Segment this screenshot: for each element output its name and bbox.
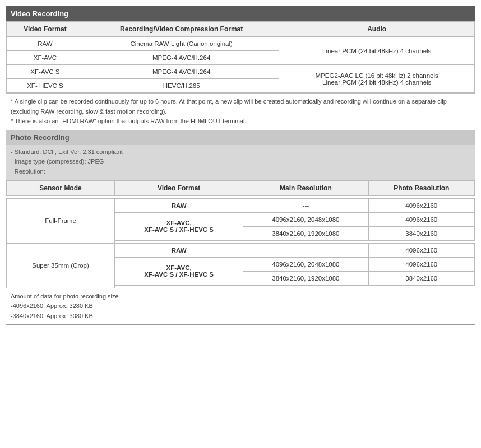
cell-format: RAW bbox=[7, 37, 84, 51]
cell-main-resolution: 3840x2160, 1920x1080 bbox=[243, 226, 368, 240]
cell-photo-resolution: 4096x2160 bbox=[368, 198, 474, 212]
table-row: XF-AVC S MPEG-4 AVC/H.264 MPEG2-AAC LC (… bbox=[7, 65, 475, 79]
main-table: Video Recording Video Format Recording/V… bbox=[6, 6, 475, 325]
cell-format: XF-AVC S bbox=[7, 65, 84, 79]
photo-sub-line-2: - Image type (compressed): JPEG bbox=[11, 158, 104, 165]
video-recording-header: Video Recording bbox=[6, 6, 475, 22]
video-notes: * A single clip can be recorded continuo… bbox=[6, 94, 475, 130]
cell-video-format: RAW bbox=[115, 198, 243, 212]
col-video-format: Video Format bbox=[115, 180, 243, 195]
col-photo-resolution: Photo Resolution bbox=[368, 180, 474, 195]
table-row: RAW Cinema RAW Light (Canon original) Li… bbox=[7, 37, 475, 51]
cell-format: XF- HEVC S bbox=[7, 79, 84, 93]
cell-photo-resolution: 3840x2160 bbox=[368, 271, 474, 285]
col-audio: Audio bbox=[279, 22, 475, 37]
cell-compression: MPEG-4 AVC/H.264 bbox=[84, 65, 279, 79]
footnote-line-3: -3840x2160: Approx. 3080 KB bbox=[11, 312, 93, 319]
photo-recording-title: Photo Recording bbox=[11, 133, 70, 142]
cell-photo-resolution: 3840x2160 bbox=[368, 226, 474, 240]
cell-main-resolution: 4096x2160, 2048x1080 bbox=[243, 257, 368, 271]
cell-main-resolution: --- bbox=[243, 243, 368, 257]
footnote-line-1: Amount of data for photo recording size bbox=[11, 293, 119, 300]
footnote-line-2: -4096x2160: Approx. 3280 KB bbox=[11, 302, 93, 309]
col-sensor-mode: Sensor Mode bbox=[7, 180, 115, 195]
note-1: * A single clip can be recorded continuo… bbox=[11, 98, 447, 115]
photo-recording-header: Photo Recording bbox=[6, 130, 475, 145]
cell-video-format: RAW bbox=[115, 243, 243, 257]
cell-main-resolution: 3840x2160, 1920x1080 bbox=[243, 271, 368, 285]
table-row: Full-Frame RAW --- 4096x2160 bbox=[7, 198, 475, 212]
cell-compression: HEVC/H.265 bbox=[84, 79, 279, 93]
table-row: Super 35mm (Crop) RAW --- 4096x2160 bbox=[7, 243, 475, 257]
cell-sensor-mode: Super 35mm (Crop) bbox=[7, 243, 115, 288]
cell-main-resolution: 4096x2160, 2048x1080 bbox=[243, 212, 368, 226]
cell-video-format: XF-AVC,XF-AVC S / XF-HEVC S bbox=[115, 257, 243, 285]
cell-audio: MPEG2-AAC LC (16 bit 48kHz) 2 channelsLi… bbox=[279, 65, 475, 93]
cell-sensor-mode: Full-Frame bbox=[7, 198, 115, 243]
col-video-format: Video Format bbox=[7, 22, 84, 37]
photo-recording-table-cell: Sensor Mode Video Format Main Resolution… bbox=[6, 180, 475, 288]
video-recording-table-cell: Video Format Recording/Video Compression… bbox=[6, 21, 475, 94]
photo-header-cell: Photo Recording - Standard: DCF, Exif Ve… bbox=[6, 130, 475, 180]
photo-footnote: Amount of data for photo recording size … bbox=[6, 288, 475, 325]
cell-audio: Linear PCM (24 bit 48kHz) 4 channels bbox=[279, 37, 475, 65]
note-2: * There is also an "HDMI RAW" option tha… bbox=[11, 118, 246, 124]
video-recording-inner-table: Video Format Recording/Video Compression… bbox=[6, 21, 475, 93]
cell-format: XF-AVC bbox=[7, 51, 84, 65]
photo-recording-subtext: - Standard: DCF, Exif Ver. 2.31 complian… bbox=[6, 145, 475, 180]
cell-photo-resolution: 4096x2160 bbox=[368, 257, 474, 271]
photo-sub-line-1: - Standard: DCF, Exif Ver. 2.31 complian… bbox=[11, 148, 123, 155]
cell-compression: MPEG-4 AVC/H.264 bbox=[84, 51, 279, 65]
photo-sub-line-3: - Resolution: bbox=[11, 168, 45, 175]
col-main-resolution: Main Resolution bbox=[243, 180, 368, 195]
cell-photo-resolution: 4096x2160 bbox=[368, 212, 474, 226]
cell-video-format: XF-AVC,XF-AVC S / XF-HEVC S bbox=[115, 212, 243, 240]
video-recording-title: Video Recording bbox=[11, 10, 68, 18]
cell-compression: Cinema RAW Light (Canon original) bbox=[84, 37, 279, 51]
photo-recording-inner-table: Sensor Mode Video Format Main Resolution… bbox=[6, 180, 475, 288]
cell-main-resolution: --- bbox=[243, 198, 368, 212]
cell-photo-resolution: 4096x2160 bbox=[368, 243, 474, 257]
col-compression-format: Recording/Video Compression Format bbox=[84, 22, 279, 37]
